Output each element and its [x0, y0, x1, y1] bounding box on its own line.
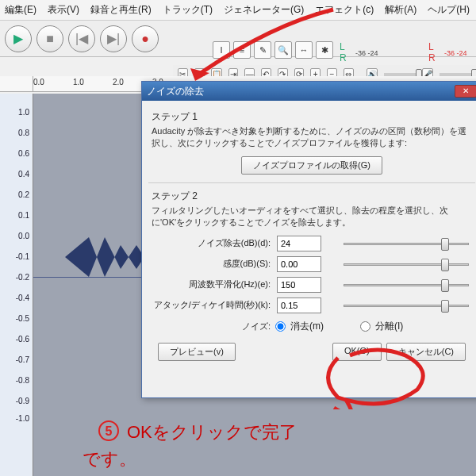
reduction-label: ノイズ除去(dB)(d):	[152, 237, 271, 249]
sensitivity-input[interactable]	[277, 256, 321, 272]
input-volume-slider[interactable]	[440, 73, 471, 76]
remove-radio[interactable]	[275, 321, 286, 332]
zoom-tool-icon[interactable]: 🔍	[274, 41, 292, 59]
reduction-slider[interactable]	[344, 236, 469, 251]
menu-effect[interactable]: エフェクト(c)	[315, 3, 374, 17]
tick: 1.0	[73, 78, 84, 86]
attack-slider[interactable]	[344, 298, 469, 313]
attack-input[interactable]	[277, 298, 321, 313]
skip-end-button[interactable]: ▶|	[100, 25, 127, 52]
timeshift-tool-icon[interactable]: ↔	[295, 41, 313, 59]
play-meter-ticks: -36 -24	[355, 49, 378, 57]
step2-label: ステップ 2	[152, 190, 472, 203]
envelope-tool-icon[interactable]: ≡	[233, 41, 251, 59]
record-meter-ticks: -36 -24	[444, 49, 467, 57]
menu-generate[interactable]: ジェネレーター(G)	[224, 3, 304, 17]
edit-tools: I ≡ ✎ 🔍 ↔ ✱	[213, 41, 333, 59]
sensitivity-label: 感度(dB)(S):	[152, 258, 271, 270]
smoothing-label: 周波数平滑化(Hz)(e):	[152, 278, 271, 290]
reduction-input[interactable]	[277, 236, 321, 251]
record-button[interactable]: ●	[132, 25, 159, 52]
step1-desc: Audacity が除去すべき対象を判断するために、ノイズのみの区間（数秒間）を…	[152, 125, 472, 150]
play-meter: L R	[340, 41, 347, 63]
multi-tool-icon[interactable]: ✱	[316, 41, 333, 59]
isolate-radio[interactable]	[360, 321, 370, 332]
menu-view[interactable]: 表示(V)	[48, 3, 79, 17]
attack-label: アタック/ディケイ時間(秒)(k):	[152, 299, 271, 311]
skip-start-button[interactable]: |◀	[68, 25, 95, 52]
get-noise-profile-button[interactable]: ノイズプロファイルの取得(G)	[241, 156, 382, 175]
tick: 2.0	[113, 78, 124, 86]
sensitivity-slider[interactable]	[344, 256, 469, 272]
smoothing-input[interactable]	[277, 277, 321, 293]
stop-button[interactable]: ■	[36, 25, 63, 52]
menu-analyze[interactable]: 解析(A)	[385, 3, 416, 17]
cancel-button[interactable]: キャンセル(C)	[386, 343, 466, 361]
ok-button[interactable]: OK(O)	[332, 343, 382, 361]
dialog-title: ノイズの除去	[147, 85, 204, 98]
tick: 0.0	[33, 78, 44, 86]
step1-label: ステップ 1	[152, 110, 472, 124]
preview-button[interactable]: プレビュー(v)	[158, 343, 236, 361]
close-icon[interactable]: ✕	[455, 85, 476, 98]
remove-radio-label: 消去(m)	[290, 320, 324, 333]
noise-mode-label: ノイズ:	[152, 321, 271, 332]
dialog-titlebar[interactable]: ノイズの除去 ✕	[142, 82, 476, 101]
step2-desc: フィルタリングしたいオーディオをすべて選択し、除去の程度を選択し、次に'OK'を…	[152, 205, 472, 229]
output-volume-slider[interactable]	[384, 73, 416, 76]
menu-track[interactable]: トラック(T)	[163, 3, 213, 17]
draw-tool-icon[interactable]: ✎	[254, 41, 271, 59]
play-button[interactable]: ▶	[5, 25, 32, 52]
selection-tool-icon[interactable]: I	[213, 41, 230, 59]
menu-edit[interactable]: 編集(E)	[5, 3, 36, 17]
record-meter: L R	[428, 41, 436, 63]
menu-help[interactable]: ヘルプ(H)	[428, 3, 470, 17]
menu-record[interactable]: 録音と再生(R)	[90, 3, 152, 17]
amplitude-scale: 1.0 0.8 0.6 0.4 0.2 0.1 0.0 -0.1 -0.2 -0…	[0, 94, 33, 476]
smoothing-slider[interactable]	[344, 277, 469, 293]
isolate-radio-label: 分離(I)	[375, 320, 403, 333]
noise-removal-dialog: ノイズの除去 ✕ ステップ 1 Audacity が除去すべき対象を判断するため…	[141, 81, 476, 398]
menubar: 編集(E) 表示(V) 録音と再生(R) トラック(T) ジェネレーター(G) …	[0, 0, 476, 21]
